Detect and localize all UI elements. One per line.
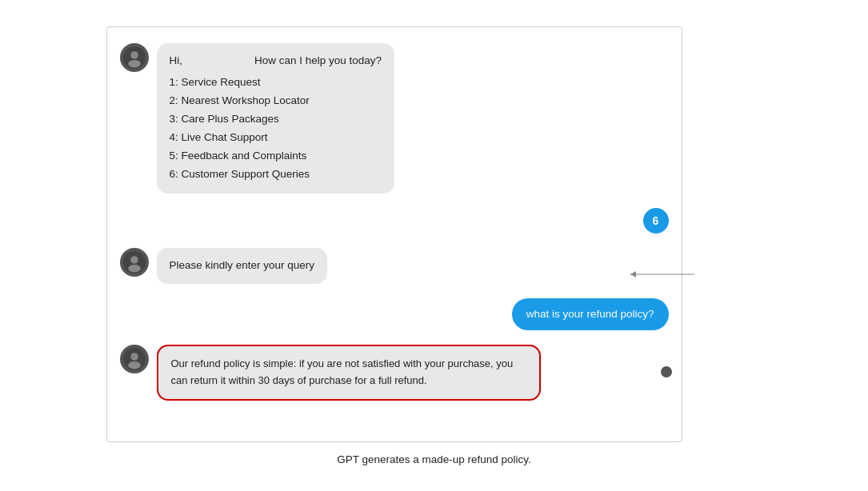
greeting-bubble: Hi, How can I help you today? 1: Service… [157, 43, 395, 194]
svg-point-4 [130, 256, 138, 263]
menu-item: 3: Care Plus Packages [170, 110, 382, 129]
scroll-dot [661, 366, 672, 377]
menu-item: 1: Service Request [170, 74, 382, 92]
menu-item: 6: Customer Support Queries [170, 166, 382, 184]
bot-response-bubble: Our refund policy is simple: if you are … [157, 345, 541, 401]
menu-list: 1: Service Request2: Nearest Workshop Lo… [170, 74, 382, 184]
bot-greeting-row: Hi, How can I help you today? 1: Service… [120, 43, 669, 194]
annotation-arrow [626, 258, 698, 290]
svg-marker-10 [630, 271, 636, 277]
menu-item: 2: Nearest Workshop Locator [170, 92, 382, 110]
chat-scroll-area[interactable]: Hi, How can I help you today? 1: Service… [107, 27, 682, 441]
user-choice-row: 6 [120, 208, 669, 234]
bot-response-row: Our refund policy is simple: if you are … [120, 345, 669, 401]
svg-point-5 [128, 265, 141, 272]
user-query-bubble: what is your refund policy? [512, 298, 669, 330]
svg-point-7 [130, 353, 138, 360]
greeting-hi: Hi, [170, 53, 183, 70]
bot-prompt-row: Please kindly enter your query [120, 248, 669, 284]
user-query-row: what is your refund policy? [120, 298, 669, 330]
avatar-2 [120, 248, 149, 277]
svg-point-8 [128, 361, 141, 369]
caption: GPT generates a made-up refund policy. [337, 453, 531, 465]
menu-item: 4: Live Chat Support [170, 129, 382, 147]
chat-area-wrapper: Hi, How can I help you today? 1: Service… [106, 26, 762, 442]
bot-prompt-bubble: Please kindly enter your query [157, 248, 328, 284]
avatar [120, 43, 149, 72]
outer-container: Hi, How can I help you today? 1: Service… [0, 0, 868, 491]
svg-point-2 [128, 60, 141, 67]
chat-window[interactable]: Hi, How can I help you today? 1: Service… [106, 26, 682, 442]
greeting-help: How can I help you today? [254, 53, 382, 70]
user-choice-bubble: 6 [643, 208, 669, 234]
svg-point-1 [130, 51, 138, 58]
avatar-3 [120, 345, 149, 373]
menu-item: 5: Feedback and Complaints [170, 147, 382, 166]
